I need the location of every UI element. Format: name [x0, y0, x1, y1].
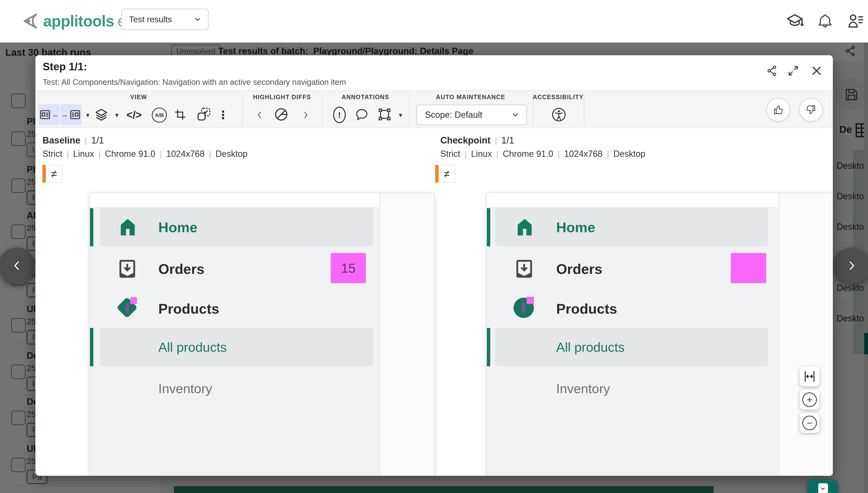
separator: |: [67, 149, 69, 159]
meta-device: Desktop: [613, 149, 645, 159]
products-icon: [116, 297, 139, 319]
active-indicator-bar: [487, 208, 490, 246]
issue-annotation-button[interactable]: !: [333, 107, 346, 123]
dom-diffs-button[interactable]: </>: [125, 105, 144, 125]
chevron-right-icon: [845, 256, 858, 275]
exclamation-icon: !: [338, 110, 341, 120]
accessibility-icon: [551, 107, 566, 122]
reject-step-button[interactable]: [799, 98, 823, 122]
previous-step-button[interactable]: [0, 248, 35, 284]
brand-primary: applitools: [43, 12, 114, 30]
modal-toolbar: VIEW HIGHLIGHT DIFFS ANNOTATIONS AUTO MA…: [36, 90, 833, 128]
caret-down-icon: ▾: [86, 111, 89, 119]
scope-select-value: Scope: Default: [425, 110, 482, 120]
caret-down-icon: ▾: [399, 111, 402, 119]
step-title: Step 1/1:: [43, 61, 87, 73]
close-icon: [811, 65, 822, 76]
share-button[interactable]: [766, 64, 778, 77]
chevron-right-icon: [302, 108, 310, 122]
ab-icon: A/B: [155, 112, 164, 118]
active-indicator-bar: [487, 328, 490, 366]
match-regions-button[interactable]: [197, 107, 211, 121]
divider: [409, 92, 409, 126]
nav-label-all-products: All products: [556, 328, 624, 366]
separator: |: [99, 149, 101, 159]
share-icon: [766, 65, 778, 76]
arrow-left-icon: ←: [52, 110, 59, 119]
orders-icon: [117, 258, 138, 279]
more-options-button[interactable]: ⋮: [218, 105, 228, 125]
layout-baseline-left-button[interactable]: ←: [39, 104, 60, 125]
diff-highlight-icon: [274, 107, 289, 122]
meta-device: Desktop: [215, 149, 248, 159]
ab-testing-button[interactable]: A/B: [152, 108, 167, 123]
panel-name: Baseline: [42, 135, 80, 146]
zoom-out-button[interactable]: −: [800, 413, 820, 433]
panel-count: 1/1: [91, 135, 104, 146]
layers-button[interactable]: [94, 108, 108, 122]
divider: [533, 92, 533, 126]
section-label-accessibility: ACCESSIBILITY: [533, 93, 584, 101]
previous-diff-button[interactable]: [254, 108, 266, 122]
crop-button[interactable]: [174, 109, 186, 121]
arrow-right-icon: →: [61, 110, 68, 119]
fit-to-width-button[interactable]: [800, 366, 820, 386]
scope-select[interactable]: Scope: Default: [416, 105, 527, 125]
next-diff-button[interactable]: [300, 108, 312, 122]
app-header: applitools eyes Test results: [0, 0, 868, 43]
baseline-diff-badge[interactable]: ≠: [42, 165, 62, 183]
meta-browser: Chrome 91.0: [105, 149, 155, 159]
duplicate-check-icon: [197, 107, 211, 121]
thumbs-up-icon: [772, 104, 784, 116]
page-select-value: Test results: [129, 15, 172, 24]
page-select[interactable]: Test results: [121, 9, 209, 30]
separator: |: [160, 149, 162, 159]
nav-label-home: Home: [158, 208, 197, 246]
support-chat-button[interactable]: [808, 479, 838, 493]
section-label-highlight-diffs: HIGHLIGHT DIFFS: [253, 93, 311, 101]
comment-annotation-button[interactable]: [355, 108, 368, 121]
learning-button[interactable]: [785, 12, 804, 31]
eye-logo-icon: [21, 12, 40, 30]
fullscreen-button[interactable]: [787, 64, 800, 77]
orders-count-diff-badge: [731, 253, 766, 283]
plus-icon: +: [802, 392, 817, 407]
not-equal-icon: ≠: [443, 167, 449, 180]
notifications-button[interactable]: [817, 12, 833, 29]
home-icon: [513, 216, 536, 238]
close-button[interactable]: [810, 64, 823, 77]
account-menu-button[interactable]: [845, 11, 865, 30]
zoom-in-button[interactable]: +: [800, 390, 820, 410]
layers-menu-button[interactable]: ▾: [112, 111, 122, 119]
toggle-diffs-button[interactable]: [274, 107, 289, 122]
region-menu-button[interactable]: ▾: [396, 111, 405, 119]
region-annotation-button[interactable]: [378, 108, 391, 121]
code-icon: </>: [126, 109, 142, 121]
layout-menu-button[interactable]: ▾: [83, 111, 92, 119]
layout-checkpoint-right-button[interactable]: →: [60, 104, 82, 125]
meta-viewport: 1024x768: [166, 149, 205, 159]
baseline-panel-header: Baseline | 1/1: [42, 135, 104, 146]
nav-label-inventory: Inventory: [556, 370, 610, 407]
minus-icon: −: [802, 416, 817, 430]
meta-os: Linux: [73, 149, 94, 159]
orders-count-diff-badge: 15: [331, 253, 366, 283]
next-step-button[interactable]: [833, 248, 868, 284]
section-label-auto-maintenance: AUTO MAINTENANCE: [436, 93, 505, 101]
approve-step-button[interactable]: [766, 98, 790, 122]
screenshot-content-area: [379, 193, 435, 476]
nav-label-inventory: Inventory: [158, 370, 212, 407]
meta-browser: Chrome 91.0: [503, 149, 553, 159]
orders-count: 15: [341, 261, 356, 276]
chat-bubble-icon: [817, 483, 828, 493]
separator: |: [558, 149, 560, 159]
nav-label-all-products: All products: [158, 328, 227, 366]
bell-icon: [818, 13, 832, 28]
panel-right-icon: [69, 109, 81, 120]
chevron-left-icon: [256, 108, 264, 122]
checkpoint-screenshot[interactable]: Home Orders Products All products: [487, 193, 833, 476]
baseline-screenshot[interactable]: Home Orders 15 Products All products: [90, 193, 435, 476]
checkpoint-diff-badge[interactable]: ≠: [435, 165, 455, 183]
accessibility-button[interactable]: [551, 107, 566, 122]
orders-icon: [513, 258, 535, 279]
